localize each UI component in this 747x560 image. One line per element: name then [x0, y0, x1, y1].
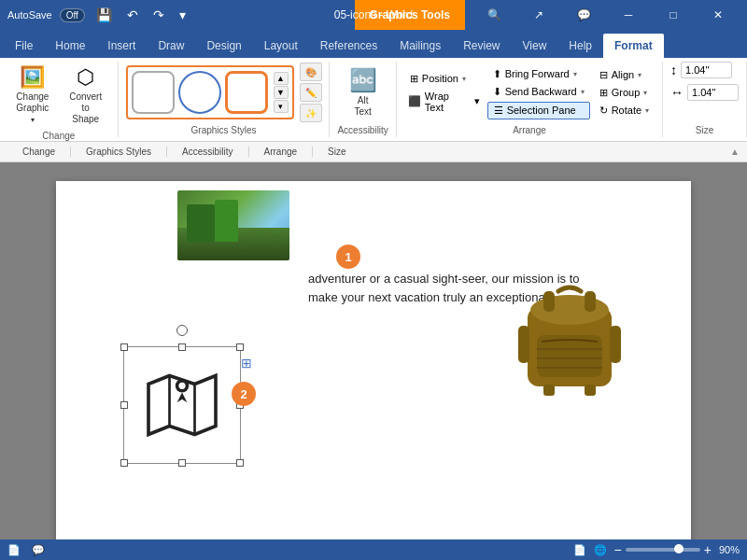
- minimize-btn[interactable]: ─: [607, 0, 650, 30]
- style-scroll-more[interactable]: ▾: [274, 100, 289, 113]
- tab-format[interactable]: Format: [603, 34, 664, 58]
- align-label: Align: [612, 69, 634, 80]
- map-icon-container[interactable]: ⊞: [131, 354, 233, 456]
- tab-references[interactable]: References: [309, 34, 388, 58]
- zoom-out-btn[interactable]: −: [614, 542, 622, 557]
- undo-icon[interactable]: ↶: [123, 6, 142, 24]
- rotate-button[interactable]: ↻ Rotate ▾: [594, 103, 655, 119]
- redo-icon[interactable]: ↷: [149, 6, 168, 24]
- wrap-text-button[interactable]: ⬛ Wrap Text ▾: [404, 89, 484, 115]
- wrap-text-icon: ⬛: [408, 95, 421, 107]
- arrange-label: Arrange: [513, 125, 546, 137]
- width-input[interactable]: [687, 84, 739, 101]
- bring-forward-button[interactable]: ⬆ Bring Forward ▾: [487, 66, 590, 82]
- position-label: Position: [422, 73, 458, 84]
- tab-design[interactable]: Design: [195, 34, 252, 58]
- position-icon: ⊞: [410, 73, 418, 85]
- autosave-toggle[interactable]: Off: [60, 8, 85, 22]
- graphics-styles-group: ▲ ▼ ▾ 🎨 ✏️ ✨ Graphics Styles: [119, 62, 331, 137]
- tab-file[interactable]: File: [4, 34, 44, 58]
- style-fill-btn[interactable]: 🎨: [300, 63, 322, 81]
- section-collapse-btn[interactable]: ▲: [730, 147, 740, 157]
- layout-options-icon[interactable]: ⊞: [241, 356, 252, 371]
- handle-top-left[interactable]: [120, 343, 128, 351]
- style-swatch-2[interactable]: [178, 71, 221, 114]
- tab-review[interactable]: Review: [452, 34, 511, 58]
- backpack-svg: [504, 274, 635, 405]
- handle-top-mid[interactable]: [178, 343, 186, 351]
- handle-top-right[interactable]: [236, 343, 244, 351]
- style-border-btn[interactable]: ✏️: [300, 83, 322, 102]
- tab-insert[interactable]: Insert: [96, 34, 147, 58]
- graphics-styles-content: ▲ ▼ ▾ 🎨 ✏️ ✨: [126, 62, 322, 123]
- width-icon: ↔: [670, 85, 684, 100]
- search-ribbon-btn[interactable]: 🔍: [472, 0, 515, 30]
- style-effects-btn[interactable]: ✨: [300, 104, 322, 122]
- status-left: 📄 💬: [7, 544, 45, 556]
- align-button[interactable]: ⊟ Align ▾: [594, 67, 655, 83]
- status-right: 📄 🌐 − + 90%: [573, 542, 740, 557]
- svg-point-5: [530, 295, 609, 325]
- height-icon: ↕: [670, 63, 677, 77]
- document-area: adventurer or a casual sight-seer, our m…: [0, 162, 747, 539]
- comments-btn[interactable]: 💬: [562, 0, 605, 30]
- comments-status-icon: 💬: [32, 544, 45, 556]
- size-group: ↕ ↔ Size: [663, 62, 747, 137]
- share-btn[interactable]: ↗: [517, 0, 560, 30]
- tab-view[interactable]: View: [512, 34, 558, 58]
- zoom-percent[interactable]: 90%: [719, 544, 740, 555]
- handle-mid-left[interactable]: [120, 401, 128, 409]
- style-scroll-down[interactable]: ▼: [274, 86, 289, 99]
- document-page: adventurer or a casual sight-seer, our m…: [56, 181, 691, 539]
- autosave-label: AutoSave: [7, 9, 52, 21]
- zoom-in-btn[interactable]: +: [704, 542, 712, 557]
- backpack-image: [504, 274, 635, 405]
- customize-qat-icon[interactable]: ▾: [176, 6, 190, 24]
- tab-draw[interactable]: Draw: [147, 34, 195, 58]
- section-change: Change: [7, 147, 71, 157]
- rotate-handle[interactable]: [176, 325, 188, 336]
- convert-shape-icon: ⬡: [77, 65, 94, 90]
- handle-bot-left[interactable]: [120, 459, 128, 467]
- send-backward-icon: ⬇: [493, 86, 501, 98]
- position-button[interactable]: ⊞ Position ▾: [404, 71, 484, 87]
- tab-help[interactable]: Help: [557, 34, 603, 58]
- tab-home[interactable]: Home: [44, 34, 96, 58]
- handle-bot-mid[interactable]: [178, 459, 186, 467]
- graphics-styles-box: ▲ ▼ ▾: [126, 65, 294, 119]
- zoom-track[interactable]: [626, 548, 700, 552]
- change-group-content: 🖼️ ChangeGraphic ▾ ⬡ Convertto Shape: [7, 62, 110, 129]
- save-icon[interactable]: 💾: [92, 6, 116, 24]
- view-web-icon[interactable]: 🌐: [594, 544, 607, 556]
- change-graphic-button[interactable]: 🖼️ ChangeGraphic ▾: [7, 62, 58, 129]
- width-row: ↔: [670, 84, 739, 101]
- change-group-label: Change: [42, 131, 75, 143]
- height-input[interactable]: [681, 62, 732, 78]
- alt-text-icon: 🔤: [349, 67, 377, 93]
- section-label-bar: Change Graphics Styles Accessibility Arr…: [0, 142, 747, 162]
- bring-forward-caret: ▾: [573, 70, 577, 78]
- badge-1: 1: [336, 245, 360, 269]
- handle-bot-right[interactable]: [236, 459, 244, 467]
- send-backward-button[interactable]: ⬇ Send Backward ▾: [487, 84, 590, 100]
- group-button[interactable]: ⊞ Group ▾: [594, 85, 655, 101]
- style-swatch-3[interactable]: [225, 71, 268, 114]
- close-btn[interactable]: ✕: [697, 0, 740, 30]
- bring-forward-label: Bring Forward: [505, 68, 570, 79]
- alt-text-button[interactable]: 🔤 AltText: [342, 63, 385, 121]
- style-scroll-up[interactable]: ▲: [274, 72, 289, 85]
- convert-shape-button[interactable]: ⬡ Convertto Shape: [62, 62, 110, 129]
- maximize-btn[interactable]: □: [652, 0, 695, 30]
- svg-rect-7: [585, 291, 596, 312]
- alt-text-label: AltText: [354, 95, 371, 118]
- style-swatch-1[interactable]: [132, 71, 175, 114]
- arrange-content: ⊞ Position ▾ ⬛ Wrap Text ▾: [404, 62, 655, 123]
- position-caret: ▾: [462, 75, 466, 83]
- rotate-label: Rotate: [612, 105, 641, 116]
- selection-pane-button[interactable]: ☰ Selection Pane: [487, 102, 590, 119]
- align-caret: ▾: [638, 71, 641, 79]
- view-normal-icon[interactable]: 📄: [573, 544, 586, 556]
- bring-forward-icon: ⬆: [493, 68, 501, 80]
- tab-mailings[interactable]: Mailings: [388, 34, 452, 58]
- tab-layout[interactable]: Layout: [253, 34, 309, 58]
